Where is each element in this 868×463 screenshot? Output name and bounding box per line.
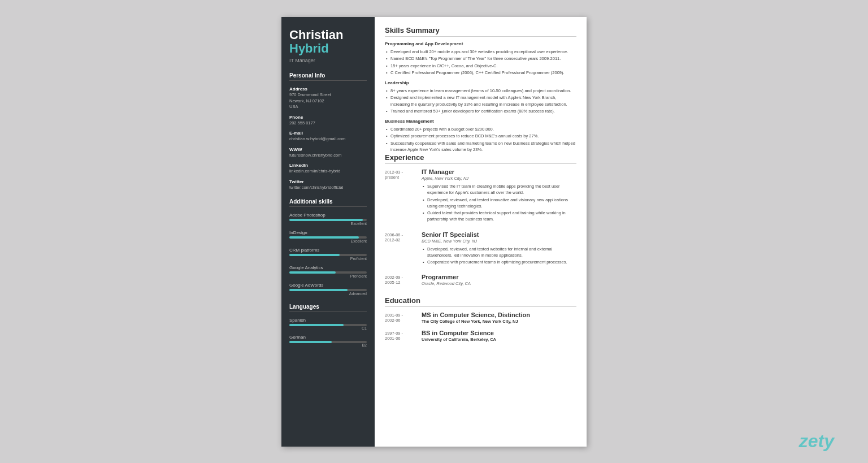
skill-item: CRM platforms Proficient	[289, 248, 367, 261]
skills-subsection: Business ManagementCoordinated 20+ proje…	[385, 119, 576, 153]
education-entry: 2001-09 -2002-06MS in Computer Science, …	[385, 311, 576, 324]
email-value: christian.w.hybrid@gmail.com	[289, 136, 367, 142]
skill-item: Google AdWords Advanced	[289, 283, 367, 296]
languages-title: Languages	[289, 304, 367, 312]
sidebar: Christian Hybrid IT Manager Personal Inf…	[281, 17, 375, 447]
skills-summary-section: Skills Summary Programming and App Devel…	[385, 26, 576, 153]
phone-label: Phone	[289, 115, 367, 120]
skills-subsection: Leadership8+ years experience in team ma…	[385, 80, 576, 114]
skills-subsection: Programming and App DevelopmentDeveloped…	[385, 41, 576, 76]
main-content: Skills Summary Programming and App Devel…	[375, 17, 587, 447]
languages-list: Spanish C1 German B2	[289, 318, 367, 347]
experience-entry: 2006-08 -2012-02Senior IT SpecialistBCD …	[385, 231, 576, 266]
experience-entry: 2002-09 -2005-12ProgrammerOracle, Redwoo…	[385, 274, 576, 288]
zety-watermark: zety	[799, 431, 834, 452]
twitter-value: twitter.com/chrishybridofficial	[289, 185, 367, 191]
phone-value: 202 555 0177	[289, 120, 367, 127]
address-line3: USA	[289, 104, 367, 110]
education-title: Education	[385, 296, 576, 307]
skill-item: Google Analytics Proficient	[289, 265, 367, 278]
additional-skills-section: Additional skills Adobe Photoshop Excell…	[289, 198, 367, 296]
address-label: Address	[289, 86, 367, 92]
languages-section: Languages Spanish C1 German B2	[289, 304, 367, 347]
www-label: WWW	[289, 147, 367, 152]
additional-skills-title: Additional skills	[289, 198, 367, 207]
sidebar-name-first: Christian	[289, 28, 367, 42]
skills-summary-body: Programming and App DevelopmentDeveloped…	[385, 41, 576, 153]
education-body: 2001-09 -2002-06MS in Computer Science, …	[385, 311, 576, 342]
experience-body: 2012-03 -presentIT ManagerApple, New Yor…	[385, 168, 576, 288]
education-section: Education 2001-09 -2002-06MS in Computer…	[385, 296, 576, 342]
experience-title: Experience	[385, 153, 576, 164]
personal-info-section: Personal Info Address 970 Drummond Stree…	[289, 72, 367, 191]
address-line1: 970 Drummond Street	[289, 92, 367, 98]
language-item: German B2	[289, 335, 367, 347]
experience-entry: 2012-03 -presentIT ManagerApple, New Yor…	[385, 168, 576, 223]
sidebar-name-last: Hybrid	[289, 42, 367, 55]
linkedin-label: LinkedIn	[289, 163, 367, 168]
skills-summary-title: Skills Summary	[385, 26, 576, 37]
personal-info-title: Personal Info	[289, 72, 367, 81]
linkedin-value: linkedin.com/in/chris-hybrid	[289, 168, 367, 175]
email-label: E-mail	[289, 131, 367, 136]
skill-item: Adobe Photoshop Excellent	[289, 213, 367, 226]
resume-container: Christian Hybrid IT Manager Personal Inf…	[281, 17, 587, 447]
language-item: Spanish C1	[289, 318, 367, 330]
skill-item: InDesign Excellent	[289, 230, 367, 243]
twitter-label: Twitter	[289, 179, 367, 184]
education-entry: 1997-09 -2001-06BS in Computer ScienceUn…	[385, 330, 576, 342]
skills-list: Adobe Photoshop Excellent InDesign Excel…	[289, 213, 367, 296]
sidebar-title: IT Manager	[289, 58, 367, 63]
experience-section: Experience 2012-03 -presentIT ManagerApp…	[385, 153, 576, 288]
www-value: futureisnow.chrishybrid.com	[289, 153, 367, 159]
address-line2: Newark, NJ 07102	[289, 98, 367, 105]
